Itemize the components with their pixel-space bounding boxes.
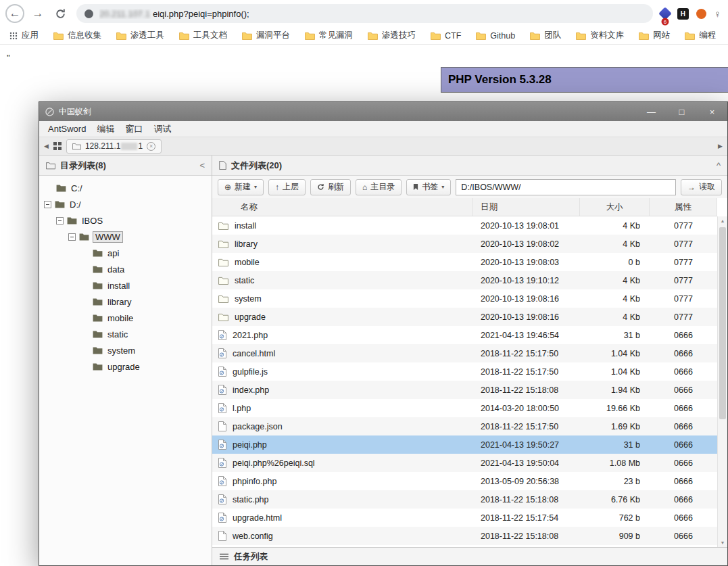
file-row[interactable]: upgrade2020-10-13 19:08:164 Kb0777 (212, 308, 717, 326)
file-row[interactable]: web.config2018-11-22 15:18:08909 b0666 (212, 527, 717, 545)
bookmark-item[interactable]: 渗透工具 (116, 30, 164, 41)
minimize-icon[interactable]: — (636, 102, 666, 121)
file-row[interactable]: peiqi.php2021-04-13 19:50:2731 b0666 (212, 435, 717, 454)
bookmark-item[interactable]: 团队 (530, 30, 561, 41)
file-row[interactable]: index.php2018-11-22 15:18:081.94 Kb0666 (212, 381, 717, 399)
tree-item[interactable]: mobile (39, 310, 212, 326)
column-name[interactable]: 名称 (212, 198, 473, 216)
menu-window[interactable]: 窗口 (120, 123, 148, 135)
site-info-icon[interactable] (84, 9, 93, 18)
tab-close-icon[interactable]: × (147, 142, 155, 151)
url-path: eiqi.php?peiqi=phpinfo(); (153, 9, 249, 19)
file-size: 4 Kb (580, 312, 650, 322)
window-titlebar[interactable]: 中国蚁剑 — □ × (39, 102, 727, 121)
session-tab[interactable]: 128.211.11 × (66, 139, 162, 154)
tabs-scroll-left-icon[interactable]: ◀ (44, 143, 49, 149)
apps-shortcut[interactable]: 应用 (9, 30, 39, 41)
bookmark-item[interactable]: 常见漏洞 (305, 30, 353, 41)
bookmark-item[interactable]: 信息收集 (53, 30, 101, 41)
file-row[interactable]: system2020-10-13 19:08:164 Kb0777 (212, 289, 717, 308)
file-row[interactable]: static.php2018-11-22 15:18:086.76 Kb0666 (212, 490, 717, 509)
bookmark-item[interactable]: CTF (431, 31, 461, 41)
forward-button[interactable]: → (29, 5, 47, 22)
path-input[interactable] (456, 179, 676, 195)
key-icon[interactable]: ♀ (714, 9, 721, 19)
column-size[interactable]: 大小 (580, 198, 650, 216)
file-row[interactable]: peiqi.php%26peiqi.sql2021-04-13 19:50:04… (212, 454, 717, 472)
folder-icon (93, 314, 103, 322)
directory-panel: 目录列表(8) < C:/D:/IBOSWWWapidatainstalllib… (39, 156, 212, 565)
scroll-up-icon[interactable]: ▲ (718, 218, 727, 223)
up-button[interactable]: ↑上层 (268, 179, 306, 195)
column-permission[interactable]: 属性 (650, 198, 717, 216)
column-date[interactable]: 日期 (473, 198, 580, 216)
tree-item[interactable]: api (39, 245, 212, 261)
close-icon[interactable]: × (697, 102, 727, 121)
file-name: index.php (233, 385, 269, 395)
tree-item[interactable]: data (39, 261, 212, 277)
tree-item[interactable]: static (39, 326, 212, 342)
tree-item[interactable]: C:/ (39, 180, 212, 196)
file-name-cell: web.config (212, 531, 473, 541)
file-row[interactable]: static2020-10-13 19:10:124 Kb0777 (212, 271, 717, 289)
back-button[interactable]: ← (5, 4, 24, 23)
directory-panel-header[interactable]: 目录列表(8) < (39, 156, 212, 176)
collapse-up-icon[interactable]: ^ (717, 160, 721, 170)
file-icon (218, 421, 226, 431)
extension-icon[interactable]: 6 (658, 7, 672, 20)
menu-edit[interactable]: 编辑 (91, 123, 120, 135)
tab-folder-icon (72, 143, 81, 150)
bookmark-item[interactable]: 编程 (685, 30, 716, 41)
bookmark-item[interactable]: 网站 (639, 30, 670, 41)
tree-expander-icon[interactable] (68, 233, 76, 241)
tree-item[interactable]: system (39, 342, 212, 358)
tree-item[interactable]: WWW (39, 229, 212, 245)
refresh-files-button[interactable]: 刷新 (310, 179, 351, 195)
tree-item[interactable]: upgrade (39, 358, 212, 375)
file-row[interactable]: 2021.php2021-04-13 19:46:5431 b0666 (212, 326, 717, 344)
file-row[interactable]: cancel.html2018-11-22 15:17:501.04 Kb066… (212, 344, 717, 362)
bookmark-item[interactable]: 工具文档 (179, 30, 227, 41)
refresh-button[interactable] (51, 5, 69, 22)
menu-antsword[interactable]: AntSword (43, 124, 91, 134)
bookmark-item[interactable]: 渗透技巧 (368, 30, 416, 41)
menu-debug[interactable]: 调试 (148, 123, 176, 135)
bookmark-label: 渗透技巧 (382, 30, 416, 41)
file-row[interactable]: install2020-10-13 19:08:014 Kb0777 (212, 216, 717, 235)
bookmark-button[interactable]: 书签▾ (406, 179, 451, 195)
tabs-scroll-right-icon[interactable]: ▶ (718, 143, 723, 149)
tabs-grid-icon[interactable] (53, 142, 62, 150)
refresh-icon (55, 8, 66, 20)
file-row[interactable]: library2020-10-13 19:08:024 Kb0777 (212, 235, 717, 253)
tree-item[interactable]: library (39, 293, 212, 310)
task-panel-header[interactable]: 任务列表 (212, 547, 727, 565)
file-list-scrollbar[interactable]: ▲ ▼ (717, 216, 727, 547)
tree-label: system (106, 345, 137, 356)
file-row[interactable]: gulpfile.js2018-11-22 15:17:501.04 Kb066… (212, 362, 717, 381)
file-row[interactable]: phpinfo.php2013-05-09 20:56:3823 b0666 (212, 472, 717, 490)
h-extension-icon[interactable]: H (677, 8, 689, 20)
file-row[interactable]: upgrade.html2018-11-22 15:17:54762 b0666 (212, 509, 717, 527)
bookmark-item[interactable]: Github (476, 31, 515, 41)
bookmark-item[interactable]: 漏洞平台 (242, 30, 290, 41)
file-panel-header[interactable]: 文件列表(20) ^ (212, 156, 727, 176)
tree-expander-icon[interactable] (44, 201, 51, 208)
maximize-icon[interactable]: □ (666, 102, 697, 121)
scroll-down-icon[interactable]: ▼ (718, 540, 727, 545)
bookmark-item[interactable]: 资料文库 (576, 30, 624, 41)
profile-avatar[interactable] (696, 9, 706, 19)
scrollbar-thumb[interactable] (719, 227, 726, 419)
file-name-cell: upgrade.html (212, 513, 473, 523)
file-row[interactable]: l.php2014-03-20 18:00:5019.66 Kb0666 (212, 399, 717, 417)
file-row[interactable]: mobile2020-10-13 19:08:030 b0777 (212, 253, 717, 271)
read-button[interactable]: →读取 (681, 179, 722, 195)
tree-expander-icon[interactable] (56, 217, 64, 225)
address-bar[interactable]: 20.211.107.1eiqi.php?peiqi=phpinfo(); (76, 4, 653, 23)
home-button[interactable]: ⌂主目录 (356, 179, 402, 195)
file-row[interactable]: package.json2018-11-22 15:17:501.69 Kb06… (212, 417, 717, 435)
tree-item[interactable]: IBOS (39, 212, 212, 229)
new-button[interactable]: ⊕新建▾ (218, 179, 264, 195)
collapse-left-icon[interactable]: < (199, 160, 205, 170)
tree-item[interactable]: D:/ (39, 196, 212, 212)
tree-item[interactable]: install (39, 277, 212, 293)
